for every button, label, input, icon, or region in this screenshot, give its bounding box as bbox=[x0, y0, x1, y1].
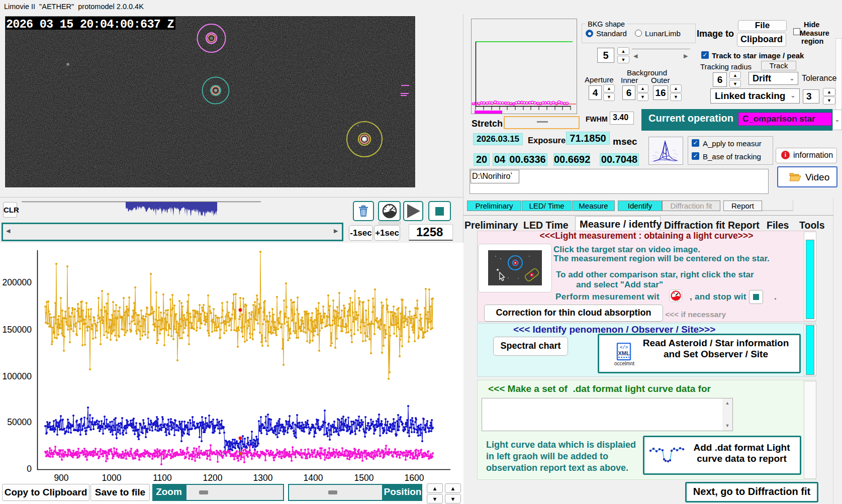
svg-text:</>: </> bbox=[620, 345, 628, 350]
svg-text:1200: 1200 bbox=[203, 473, 223, 483]
svg-text:1300: 1300 bbox=[253, 473, 273, 483]
svg-text:200000: 200000 bbox=[3, 277, 32, 287]
svg-text:1100: 1100 bbox=[153, 473, 172, 483]
svg-text:900: 900 bbox=[54, 473, 68, 483]
svg-text:1400: 1400 bbox=[304, 473, 323, 483]
svg-text:150000: 150000 bbox=[3, 325, 32, 335]
svg-text:100000: 100000 bbox=[3, 371, 32, 381]
svg-text:50000: 50000 bbox=[7, 417, 32, 427]
svg-text:1500: 1500 bbox=[354, 473, 374, 483]
svg-text:0: 0 bbox=[27, 464, 32, 474]
svg-text:XML: XML bbox=[618, 350, 630, 356]
svg-text:1000: 1000 bbox=[102, 473, 122, 483]
svg-text:1600: 1600 bbox=[405, 473, 424, 483]
